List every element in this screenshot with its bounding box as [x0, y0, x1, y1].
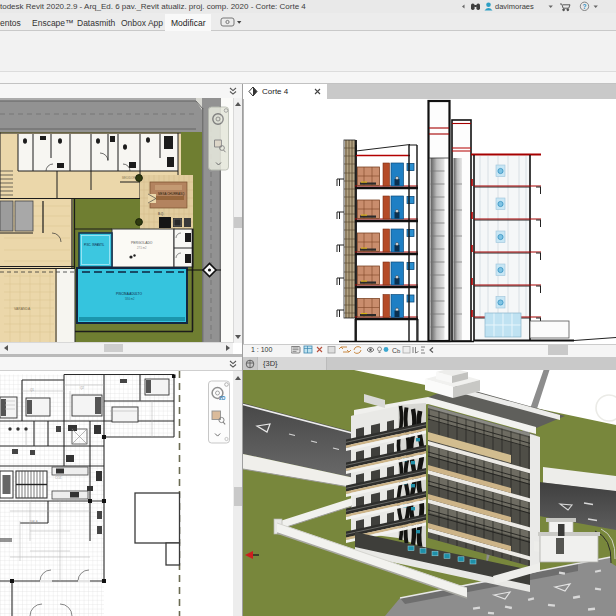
svg-text:B.Q.: B.Q.	[158, 212, 164, 216]
svg-text:MEDIDOR: MEDIDOR	[122, 176, 135, 180]
svg-text:PISC. INFANTIL: PISC. INFANTIL	[84, 243, 105, 247]
svg-text:davimoraes: davimoraes	[495, 2, 534, 11]
svg-text:MESA CHURRASQ.: MESA CHURRASQ.	[158, 192, 185, 196]
svg-text:27.5 m2: 27.5 m2	[137, 246, 147, 250]
svg-text:58.6 m2: 58.6 m2	[125, 297, 135, 301]
svg-text:COZ.: COZ.	[55, 476, 62, 480]
svg-text:Q1: Q1	[30, 388, 34, 392]
svg-text:SALA: SALA	[30, 520, 38, 524]
svg-text:b: b	[397, 348, 401, 354]
svg-text:PISCINA ADULTO: PISCINA ADULTO	[116, 292, 142, 296]
svg-text:PERGOLADO: PERGOLADO	[131, 241, 153, 245]
svg-text:VARANDA: VARANDA	[14, 307, 31, 311]
svg-text:2D: 2D	[219, 395, 226, 401]
svg-text:?: ?	[583, 3, 587, 10]
svg-text:Q2: Q2	[80, 386, 84, 390]
